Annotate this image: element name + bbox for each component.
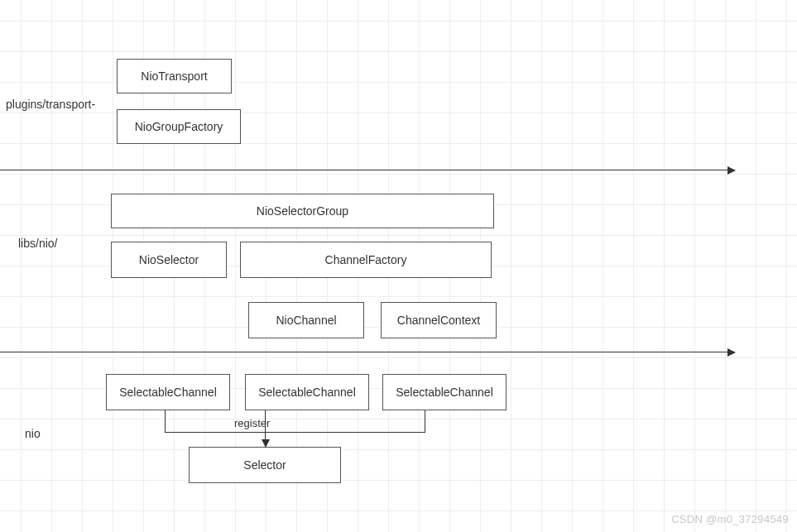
box-nio-channel: NioChannel: [248, 302, 364, 338]
box-nio-selector: NioSelector: [111, 242, 227, 278]
box-selectable-channel-1: SelectableChannel: [106, 374, 230, 410]
box-selector: Selector: [189, 447, 341, 483]
box-selectable-channel-3: SelectableChannel: [382, 374, 507, 410]
box-channel-context: ChannelContext: [381, 302, 497, 338]
box-nio-group-factory: NioGroupFactory: [117, 109, 241, 144]
edge-sc1-down: [165, 410, 166, 432]
divider-arrow-1: [0, 170, 735, 170]
box-nio-transport: NioTransport: [117, 59, 232, 93]
edge-join-h: [165, 432, 425, 433]
box-channel-factory: ChannelFactory: [240, 242, 492, 278]
edge-sc3-down: [425, 410, 425, 432]
edge-label-register: register: [234, 417, 270, 429]
diagram-layer: plugins/transport- libs/nio/ nio NioTran…: [0, 0, 797, 532]
section-label-nio: nio: [25, 427, 41, 440]
box-nio-selector-group: NioSelectorGroup: [111, 194, 494, 228]
box-selectable-channel-2: SelectableChannel: [245, 374, 369, 410]
watermark: CSDN @m0_37294549: [671, 513, 789, 525]
section-label-libs: libs/nio/: [18, 237, 57, 250]
section-label-plugins: plugins/transport-: [6, 98, 95, 111]
divider-arrow-2: [0, 352, 735, 352]
